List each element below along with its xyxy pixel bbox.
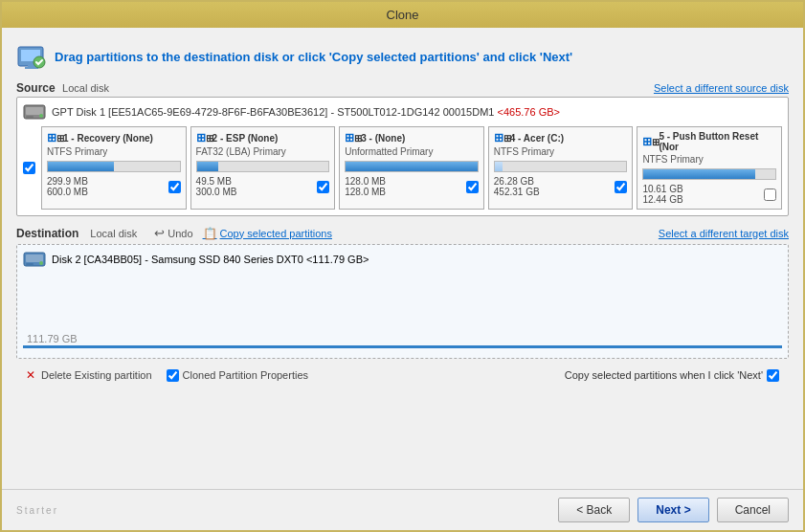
source-header: Source Local disk Select a different sou… [16,81,789,95]
partition-4-bar [495,162,503,171]
partition-2-checkbox[interactable] [317,181,329,193]
source-disk-label: GPT Disk 1 [EE51AC65-9E69-4729-8F6F-B6FA… [52,106,560,118]
next-button[interactable]: Next > [637,498,708,522]
dest-size-label: 111.79 GB [27,333,78,344]
delete-label: Delete Existing partition [41,369,152,381]
svg-rect-12 [26,263,34,265]
source-disk-icon [23,103,46,121]
partition-3-sizes: 128.0 MB 128.0 MB [345,176,479,197]
partition-2-type: FAT32 (LBA) Primary [196,146,330,157]
brand-label: Starter [16,505,58,516]
partition-4-checkbox[interactable] [615,181,627,193]
copy-label: Copy selected partitions [220,228,332,239]
select-target-link[interactable]: Select a different target disk [659,228,789,239]
partition-card-3: ⊞ 3 - (None) Unformatted Primary 128.0 M… [339,126,484,210]
partition-1-size1: 299.9 MB [47,176,88,187]
win-icon-1: ⊞ [47,131,60,144]
delete-x-icon: ✕ [26,368,35,382]
instruction-text: Drag partitions to the destination disk … [55,50,572,64]
partition-2-sizes: 49.5 MB 300.0 MB [196,176,330,197]
select-source-link[interactable]: Select a different source disk [654,82,789,94]
partition-4-name: 4 - Acer (C:) [510,133,564,144]
partition-4-type: NTFS Primary [494,146,628,157]
content-area: Drag partitions to the destination disk … [2,28,803,489]
partition-2-bar [197,162,218,171]
partition-1-checkbox[interactable] [168,181,181,193]
delete-existing-option: ✕ Delete Existing partition [26,368,152,382]
partition-5-bar [643,169,755,179]
partition-4-bar-container [494,161,628,172]
checkbox-col [23,126,37,210]
undo-label: Undo [168,228,192,239]
source-title-group: Source Local disk [16,81,109,95]
partition-2-name: 2 - ESP (None) [212,133,279,144]
svg-point-11 [39,261,43,265]
destination-header: Destination Local disk ↩ Undo 📋 Copy sel… [16,226,789,240]
copy-icon: 📋 [203,227,217,240]
select-all-checkbox[interactable] [23,162,35,174]
source-disk-size: <465.76 GB> [498,106,560,118]
destination-disk-container: Disk 2 [CA34BB05] - Samsung SSD 840 Seri… [16,244,789,359]
partition-3-type: Unformatted Primary [345,146,479,157]
main-window: Clone Drag partitions to the destination… [0,0,805,532]
win-icon-4: ⊞ [494,131,507,144]
partition-card-4: ⊞ 4 - Acer (C:) NTFS Primary 26.28 GB 45… [488,126,634,210]
source-subtitle: Local disk [62,82,109,94]
partition-5-size2: 12.44 GB [642,194,682,205]
svg-rect-8 [26,116,34,118]
partition-5-bar-container [642,168,776,180]
copy-partitions-button[interactable]: 📋 Copy selected partitions [203,227,332,240]
copy-when-next-checkbox[interactable] [767,369,779,382]
partition-5-name: 5 - Push Button Reset (Nor [659,131,776,152]
dest-empty-area: 111.79 GB [23,272,782,348]
partition-1-title: ⊞ 1 - Recovery (None) [47,131,181,144]
partition-5-size1: 10.61 GB [642,184,682,194]
source-disk-header: GPT Disk 1 [EE51AC65-9E69-4729-8F6F-B6FA… [23,103,782,121]
undo-arrow-icon: ↩ [154,226,165,240]
destination-section: Destination Local disk ↩ Undo 📋 Copy sel… [16,226,789,359]
cloned-props-label: Cloned Partition Properties [183,369,308,381]
copy-when-next: Copy selected partitions when I click 'N… [565,369,779,382]
destination-subtitle: Local disk [90,228,137,239]
source-title: Source [16,81,56,95]
partition-2-size1: 49.5 MB [196,176,237,187]
partition-1-bar [48,162,114,171]
destination-title: Destination [16,227,78,240]
partition-2-size-values: 49.5 MB 300.0 MB [196,176,237,197]
partition-5-title: ⊞ 5 - Push Button Reset (Nor [642,131,776,152]
window-title: Clone [387,8,419,22]
svg-point-7 [39,114,43,118]
partition-3-checkbox[interactable] [466,181,479,193]
win-icon-3: ⊞ [345,131,358,144]
undo-button[interactable]: ↩ Undo [154,226,192,240]
win-icon-5: ⊞ [642,135,656,148]
partition-1-sizes: 299.9 MB 600.0 MB [47,176,181,197]
partition-2-size2: 300.0 MB [196,187,237,197]
svg-rect-10 [26,255,43,262]
partition-4-size2: 452.31 GB [494,187,540,197]
bottom-options: ✕ Delete Existing partition Cloned Parti… [16,365,789,386]
partition-4-title: ⊞ 4 - Acer (C:) [494,131,628,144]
cancel-button[interactable]: Cancel [717,498,789,522]
partition-3-size1: 128.0 MB [345,176,386,187]
partition-1-bar-container [47,161,181,172]
dest-blue-line [23,345,782,348]
win-icon-2: ⊞ [196,131,210,144]
partition-1-name: 1 - Recovery (None) [63,133,153,144]
source-disk-container: GPT Disk 1 [EE51AC65-9E69-4729-8F6F-B6FA… [16,97,789,216]
source-disk-id: GPT Disk 1 [EE51AC65-9E69-4729-8F6F-B6FA… [52,106,498,118]
title-bar: Clone [2,2,803,28]
svg-rect-6 [26,107,43,115]
source-section: Source Local disk Select a different sou… [16,81,789,216]
partition-1-size-values: 299.9 MB 600.0 MB [47,176,88,197]
partition-5-checkbox[interactable] [764,188,776,201]
partition-3-title: ⊞ 3 - (None) [345,131,479,144]
partition-3-size-values: 128.0 MB 128.0 MB [345,176,386,197]
partition-2-title: ⊞ 2 - ESP (None) [196,131,330,144]
footer-bar: Starter < Back Next > Cancel [2,489,803,530]
partition-1-size2: 600.0 MB [47,187,88,197]
cloned-props-option: Cloned Partition Properties [167,369,308,382]
cloned-props-checkbox[interactable] [167,369,179,382]
back-button[interactable]: < Back [558,498,630,522]
partition-3-bar-container [345,161,479,172]
